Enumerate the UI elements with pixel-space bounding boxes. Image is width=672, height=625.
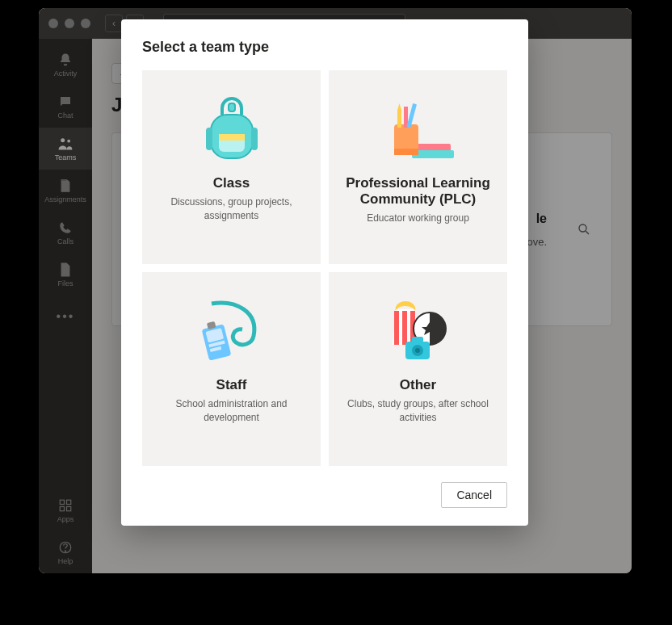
team-type-card-class[interactable]: Class Discussions, group projects, assig…	[142, 70, 321, 264]
modal-footer: Cancel	[142, 482, 507, 508]
svg-rect-31	[402, 311, 407, 345]
team-type-card-staff[interactable]: Staff School administration and developm…	[142, 272, 321, 466]
svg-rect-16	[251, 128, 258, 150]
svg-rect-20	[394, 149, 418, 155]
svg-rect-14	[229, 103, 235, 111]
card-title: Staff	[216, 377, 247, 393]
team-type-card-plc[interactable]: Professional Learning Community (PLC) Ed…	[329, 70, 507, 264]
cancel-button[interactable]: Cancel	[441, 482, 507, 508]
team-type-card-other[interactable]: Other Clubs, study groups, after school …	[329, 272, 507, 466]
card-desc: Discussions, group projects, assignments	[155, 195, 308, 223]
svg-marker-22	[397, 103, 401, 110]
card-title: Class	[213, 175, 250, 191]
team-type-cards: Class Discussions, group projects, assig…	[142, 70, 507, 466]
card-desc: Clubs, study groups, after school activi…	[342, 397, 494, 425]
card-title: Other	[400, 377, 436, 393]
modal-title: Select a team type	[142, 39, 507, 56]
svg-rect-24	[406, 103, 417, 128]
svg-rect-13	[219, 134, 245, 141]
backpack-icon	[200, 90, 264, 170]
activities-icon	[380, 292, 457, 372]
card-desc: School administration and development	[155, 397, 308, 425]
lanyard-badge-icon	[195, 292, 268, 372]
svg-rect-15	[206, 128, 212, 150]
card-desc: Educator working group	[362, 212, 474, 225]
svg-point-37	[415, 348, 420, 353]
card-title: Professional Learning Community (PLC)	[342, 175, 494, 208]
svg-rect-38	[412, 337, 423, 343]
svg-rect-21	[397, 110, 401, 128]
select-team-type-modal: Select a team type Class Discussions, gr…	[121, 19, 528, 526]
stationery-icon	[380, 90, 457, 170]
svg-rect-30	[394, 311, 399, 345]
